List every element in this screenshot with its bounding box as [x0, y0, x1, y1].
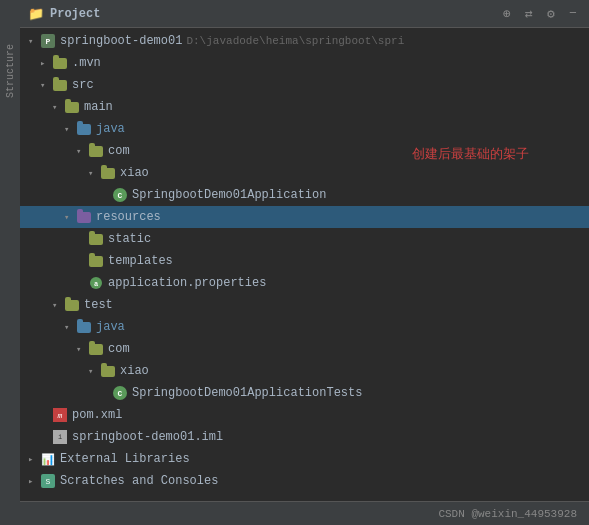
list-item[interactable]: 📊 External Libraries [20, 448, 589, 470]
xiao-folder-icon [100, 165, 116, 181]
list-item[interactable]: com [20, 338, 589, 360]
test-xiao-folder-icon [100, 363, 116, 379]
test-com-label: com [108, 342, 130, 356]
watermark-text: CSDN @weixin_44953928 [438, 508, 577, 520]
mvn-arrow [40, 58, 52, 69]
minimize-icon[interactable]: − [565, 6, 581, 22]
main-folder-icon [64, 99, 80, 115]
static-label: static [108, 232, 151, 246]
scratches-icon: S [40, 473, 56, 489]
list-item[interactable]: static [20, 228, 589, 250]
test-java-folder-icon [76, 319, 92, 335]
app-class-label: SpringbootDemo01Application [132, 188, 326, 202]
list-item[interactable]: i springboot-demo01.iml [20, 426, 589, 448]
root-path: D:\javadode\heima\springboot\spri [186, 35, 404, 47]
test-class-label: SpringbootDemo01ApplicationTests [132, 386, 362, 400]
ext-lib-icon: 📊 [40, 451, 56, 467]
ext-lib-label: External Libraries [60, 452, 190, 466]
list-item[interactable]: a application.properties [20, 272, 589, 294]
com-folder-icon [88, 143, 104, 159]
gear-icon[interactable]: ⚙ [543, 6, 559, 22]
main-label: main [84, 100, 113, 114]
list-item[interactable]: xiao [20, 162, 589, 184]
com-label: com [108, 144, 130, 158]
test-java-label: java [96, 320, 125, 334]
scratches-label: Scratches and Consoles [60, 474, 218, 488]
arrows-icon[interactable]: ⇄ [521, 6, 537, 22]
iml-label: springboot-demo01.iml [72, 430, 223, 444]
com-arrow [76, 146, 88, 157]
scratches-arrow [28, 476, 40, 487]
list-item[interactable]: com [20, 140, 589, 162]
svg-text:S: S [46, 477, 51, 486]
resources-label: resources [96, 210, 161, 224]
side-tabs-panel: Structure [0, 0, 20, 525]
structure-tab[interactable]: Structure [3, 40, 18, 102]
main-arrow [52, 102, 64, 113]
mvn-label: .mvn [72, 56, 101, 70]
test-com-folder-icon [88, 341, 104, 357]
tree-root[interactable]: P springboot-demo01 D:\javadode\heima\sp… [20, 30, 589, 52]
test-xiao-label: xiao [120, 364, 149, 378]
test-xiao-arrow [88, 366, 100, 377]
static-folder-icon [88, 231, 104, 247]
bottom-bar: CSDN @weixin_44953928 [20, 501, 589, 525]
list-item[interactable]: C SpringbootDemo01Application [20, 184, 589, 206]
list-item[interactable]: main [20, 96, 589, 118]
pom-label: pom.xml [72, 408, 122, 422]
xiao-label: xiao [120, 166, 149, 180]
list-item[interactable]: java [20, 316, 589, 338]
list-item[interactable]: xiao [20, 360, 589, 382]
iml-icon: i [52, 429, 68, 445]
test-class-icon: C [112, 385, 128, 401]
test-com-arrow [76, 344, 88, 355]
test-folder-icon [64, 297, 80, 313]
svg-text:P: P [46, 37, 51, 46]
list-item[interactable]: test [20, 294, 589, 316]
resources-folder-icon [76, 209, 92, 225]
folder-icon [52, 55, 68, 71]
src-folder-icon [52, 77, 68, 93]
root-arrow [28, 36, 40, 47]
ext-lib-arrow [28, 454, 40, 465]
list-item[interactable]: S Scratches and Consoles [20, 470, 589, 492]
java-arrow [64, 124, 76, 135]
project-icon: P [40, 33, 56, 49]
toolbar: 📁 Project ⊕ ⇄ ⚙ − [20, 0, 589, 28]
props-label: application.properties [108, 276, 266, 290]
class-icon: C [112, 187, 128, 203]
xiao-arrow [88, 168, 100, 179]
list-item[interactable]: src [20, 74, 589, 96]
java-folder-icon [76, 121, 92, 137]
globe-icon[interactable]: ⊕ [499, 6, 515, 22]
test-label: test [84, 298, 113, 312]
templates-folder-icon [88, 253, 104, 269]
src-arrow [40, 80, 52, 91]
list-item[interactable]: m pom.xml [20, 404, 589, 426]
test-java-arrow [64, 322, 76, 333]
main-panel: 📁 Project ⊕ ⇄ ⚙ − P springboot-demo01 D:… [20, 0, 589, 525]
props-file-icon: a [88, 275, 104, 291]
resources-arrow [64, 212, 76, 223]
list-item[interactable]: .mvn [20, 52, 589, 74]
java-label: java [96, 122, 125, 136]
list-item[interactable]: java [20, 118, 589, 140]
project-folder-icon: 📁 [28, 6, 44, 22]
src-label: src [72, 78, 94, 92]
panel-title: Project [50, 7, 493, 21]
list-item[interactable]: C SpringbootDemo01ApplicationTests [20, 382, 589, 404]
maven-icon: m [52, 407, 68, 423]
test-arrow [52, 300, 64, 311]
list-item[interactable]: resources [20, 206, 589, 228]
list-item[interactable]: templates [20, 250, 589, 272]
root-label: springboot-demo01 [60, 34, 182, 48]
project-tree[interactable]: P springboot-demo01 D:\javadode\heima\sp… [20, 28, 589, 501]
templates-label: templates [108, 254, 173, 268]
